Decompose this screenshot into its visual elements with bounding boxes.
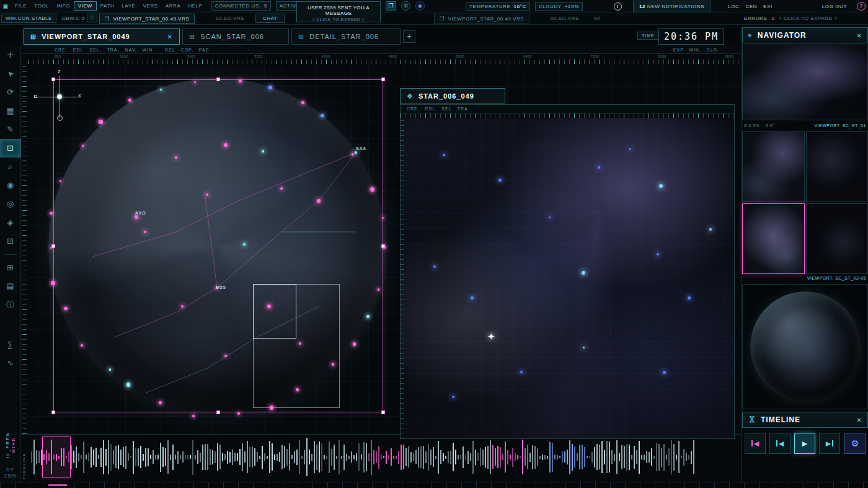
layers-icon[interactable]: ▤ xyxy=(0,277,21,296)
notifications-badge[interactable]: 12 NEW NOTIFICATIONS xyxy=(633,1,711,12)
thumbnail-sc-st-03[interactable] xyxy=(806,131,868,202)
waveform-bar xyxy=(326,456,327,459)
menu-info[interactable]: INFO xyxy=(53,2,74,10)
play-button[interactable]: ▶ xyxy=(794,433,815,454)
glow-dot xyxy=(135,215,138,219)
time-label: TIME xyxy=(637,32,659,40)
chat-tab[interactable]: CHAT xyxy=(255,14,285,23)
viewport-icon[interactable]: ⊡ xyxy=(0,139,21,157)
waveform-bar xyxy=(83,441,84,473)
waveform[interactable] xyxy=(31,437,738,477)
selection-handle[interactable] xyxy=(51,410,55,414)
message-banner[interactable]: USER 2559 SENT YOU A MESSAGE > CLICK TO … xyxy=(296,1,381,22)
selection-handle[interactable] xyxy=(216,410,220,414)
star-marker[interactable]: ✦ xyxy=(487,331,495,342)
selection-handle[interactable] xyxy=(51,244,55,248)
waveform-bar xyxy=(564,451,565,463)
phone-icon[interactable]: ✆ xyxy=(401,1,410,11)
detail-window-titlebar[interactable]: ❖ STAR_006_049 xyxy=(400,88,505,104)
viewport-window-menu[interactable]: EXP MIN, CLO xyxy=(673,48,717,52)
menu-path[interactable]: PATH xyxy=(97,2,118,10)
close-icon[interactable]: ✕ xyxy=(857,417,862,424)
glow-dot xyxy=(582,271,585,275)
timeline-track[interactable]: TIMELINE xyxy=(21,434,741,482)
step-back-button[interactable]: ◀ xyxy=(769,433,790,454)
detail-menu[interactable]: CRE, EDI, SEL TRA xyxy=(401,105,734,113)
waveform-bar xyxy=(574,446,575,468)
camera-icon[interactable]: ◉ xyxy=(0,176,21,195)
frame-icon[interactable]: ▦ xyxy=(0,102,21,120)
navigator-panel: ⌖ NAVIGATOR ✕ Z 2.5% 0 0° VIEWPORT. SC_S… xyxy=(742,27,868,488)
add-tab-button[interactable]: + xyxy=(403,30,415,43)
selection-handle[interactable] xyxy=(381,244,385,248)
thumbnail-sc-st-04-selected[interactable] xyxy=(742,203,805,274)
mask-icon[interactable]: ◎ xyxy=(0,195,21,213)
user-icon[interactable]: ◉ xyxy=(415,1,425,11)
selection-handle[interactable] xyxy=(216,78,220,81)
errors-status[interactable]: ERRORS 2 > CLICK TO EXPAND < xyxy=(744,16,838,21)
viewport-edit-menu[interactable]: DEL COP, PAS xyxy=(165,48,209,52)
menu-view[interactable]: VIEW xyxy=(74,1,97,11)
navigator-header[interactable]: ⌖ NAVIGATOR ✕ xyxy=(742,27,868,43)
heart-icon[interactable]: ♡ xyxy=(87,14,97,22)
selection-handle[interactable] xyxy=(381,78,385,81)
logout-button[interactable]: LOG OUT xyxy=(822,4,847,9)
menu-tool[interactable]: TOOL xyxy=(30,2,53,10)
wave-icon[interactable]: ∿ xyxy=(0,354,21,373)
timeline-panel-header[interactable]: ⋈ TIMELINE ✕ xyxy=(742,412,868,428)
gizmo-ring[interactable] xyxy=(57,115,63,121)
thumbnail-sc-st-05[interactable] xyxy=(806,203,868,274)
viewport-menu[interactable]: CRE, EDI, SEL, TRA, NAV, WIN xyxy=(55,48,153,52)
bottom-scrollbar[interactable] xyxy=(0,482,868,488)
close-icon[interactable]: ✕ xyxy=(857,32,862,39)
window-icon[interactable]: ⊞ xyxy=(0,259,21,277)
open-file-tab-active[interactable]: ❐ VIEWPORT_STAR_00.49.VRS xyxy=(99,14,195,24)
tab-detail_star_006[interactable]: ⊞DETAIL_STAR_006 xyxy=(291,29,401,45)
waveform-bar xyxy=(289,443,290,471)
tab-viewport_star_0049[interactable]: ⊞VIEWPORT_STAR_0049✕ xyxy=(24,29,180,45)
waveform-bar xyxy=(527,445,528,469)
menu-vers[interactable]: VERS xyxy=(140,2,162,10)
folder-icon[interactable]: ❐ xyxy=(386,1,396,11)
pen-icon[interactable]: ✎ xyxy=(0,120,21,139)
menu-file[interactable]: FILE xyxy=(11,2,30,10)
menu-help[interactable]: HELP xyxy=(184,2,206,10)
info-icon[interactable]: ⓘ xyxy=(0,296,21,314)
skip-start-button[interactable]: ◀ xyxy=(745,433,766,454)
gizmo-origin[interactable] xyxy=(57,94,62,99)
menu-laye[interactable]: LAYE xyxy=(118,2,139,10)
step-forward-button[interactable]: ▶ xyxy=(819,433,840,454)
gizmo-square[interactable] xyxy=(34,95,37,98)
errors-expand: > CLICK TO EXPAND < xyxy=(779,16,837,21)
nebula-image[interactable]: ✦ xyxy=(401,118,734,438)
navigator-thumbnail-large[interactable] xyxy=(742,45,868,120)
thumbnail-sc-st-02[interactable] xyxy=(742,131,805,202)
selection-handle[interactable] xyxy=(51,78,55,81)
help-button[interactable]: ? xyxy=(857,2,866,11)
waveform-bar xyxy=(549,442,551,472)
timeline-selection[interactable] xyxy=(42,437,71,477)
waveform-bar xyxy=(644,455,645,460)
navigator-zoom: Z 2.5% xyxy=(744,123,760,128)
lock-icon[interactable]: ⊟ xyxy=(0,232,21,251)
menu-arra[interactable]: ARRA xyxy=(162,2,185,10)
navigator-planet-preview[interactable] xyxy=(742,284,868,409)
cen-button[interactable]: CEN xyxy=(745,4,757,9)
settings-button[interactable]: ⚙ xyxy=(844,433,866,454)
vector-icon[interactable]: ∑ xyxy=(0,335,21,354)
sub-selection-rect-small[interactable] xyxy=(253,284,296,339)
loc-button[interactable]: LOC xyxy=(728,4,739,9)
waveform-bar xyxy=(465,455,466,460)
warning-icon[interactable]: ! xyxy=(614,2,622,11)
app-icon[interactable]: ▣ xyxy=(1,3,10,9)
open-file-tab[interactable]: ❐ VIEWPORT_STAR_00.49.VRS xyxy=(434,14,529,24)
tab-scan_star_006[interactable]: ⊞SCAN_STAR_006 xyxy=(182,29,289,45)
exi-button[interactable]: EXI xyxy=(763,4,773,9)
node-icon[interactable]: ◈ xyxy=(0,213,21,232)
connected-users-chip[interactable]: CONNECTED US. 5 xyxy=(211,1,271,11)
search-icon[interactable]: ⌕ xyxy=(0,157,21,176)
close-icon[interactable]: ✕ xyxy=(167,33,173,40)
scroll-position-marker[interactable] xyxy=(48,484,67,486)
selection-handle[interactable] xyxy=(381,410,385,414)
waveform-bar xyxy=(170,455,171,460)
